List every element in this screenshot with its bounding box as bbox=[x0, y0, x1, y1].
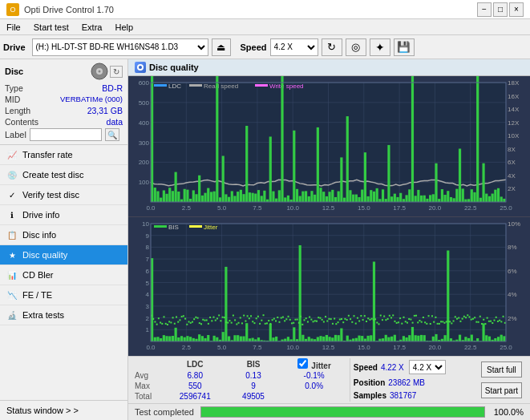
drive-label: Drive bbox=[3, 42, 26, 52]
jitter-checkbox[interactable] bbox=[297, 358, 308, 369]
start-full-button[interactable]: Start full bbox=[481, 361, 522, 378]
disc-button[interactable]: ◎ bbox=[346, 38, 366, 56]
mid-label: MID bbox=[5, 95, 20, 104]
disc-panel: Disc ↻ Type BD-R MID bbox=[0, 59, 127, 145]
eject-button[interactable]: ⏏ bbox=[212, 38, 231, 56]
start-part-button[interactable]: Start part bbox=[481, 382, 522, 398]
transfer-rate-label: Transfer rate bbox=[22, 150, 73, 160]
charts-area bbox=[128, 76, 530, 356]
mid-value: VERBATIMe (000) bbox=[60, 95, 123, 104]
mid-row: MID VERBATIMe (000) bbox=[5, 95, 123, 104]
length-row: Length 23,31 GB bbox=[5, 106, 123, 115]
contents-label: Contents bbox=[5, 117, 38, 127]
verify-test-disc-label: Verify test disc bbox=[22, 190, 79, 200]
title-bar-left: O Opti Drive Control 1.70 bbox=[6, 3, 114, 16]
label-input[interactable] bbox=[30, 128, 102, 141]
maximize-button[interactable]: □ bbox=[493, 2, 508, 17]
position-row: Position 23862 MB bbox=[354, 378, 475, 387]
disc-info-label: Disc info bbox=[22, 230, 56, 240]
sidebar-item-verify-test-disc[interactable]: ✓ Verify test disc bbox=[0, 185, 127, 205]
sidebar-item-cd-bler[interactable]: 📊 CD Bler bbox=[0, 265, 127, 285]
nav-list: 📈 Transfer rate 💿 Create test disc ✓ Ver… bbox=[0, 145, 127, 325]
disc-header: Disc ↻ bbox=[5, 63, 123, 80]
speed-label: Speed bbox=[241, 42, 267, 52]
label-row: Label 🔍 bbox=[5, 128, 123, 141]
avg-jitter: -0.1% bbox=[279, 370, 350, 381]
drive-select[interactable]: (H:) HL-DT-ST BD-RE WH16NS48 1.D3 bbox=[32, 38, 208, 56]
minimize-button[interactable]: − bbox=[477, 2, 492, 17]
disc-quality-icon: ★ bbox=[6, 249, 18, 260]
sidebar-item-drive-info[interactable]: ℹ Drive info bbox=[0, 205, 127, 225]
contents-value: data bbox=[107, 117, 123, 127]
jitter-header: Jitter bbox=[311, 361, 330, 370]
progress-percent: 100.0% bbox=[492, 407, 524, 417]
toolbar: Drive (H:) HL-DT-ST BD-RE WH16NS48 1.D3 … bbox=[0, 35, 530, 59]
sidebar-item-extra-tests[interactable]: 🔬 Extra tests bbox=[0, 305, 127, 325]
extra-tests-label: Extra tests bbox=[22, 310, 64, 320]
avg-label: Avg bbox=[133, 370, 162, 381]
sidebar-item-transfer-rate[interactable]: 📈 Transfer rate bbox=[0, 145, 127, 165]
speed-select[interactable]: 4.2 X bbox=[270, 38, 318, 56]
stats-right: Speed 4.22 X 4.2 X Position 23862 MB Sam… bbox=[350, 358, 478, 402]
sidebar-item-disc-info[interactable]: 📋 Disc info bbox=[0, 225, 127, 245]
progress-bar-inner bbox=[201, 407, 484, 417]
samples-row: Samples 381767 bbox=[354, 391, 475, 400]
create-test-disc-icon: 💿 bbox=[6, 169, 18, 180]
type-label: Type bbox=[5, 83, 23, 93]
app-window: O Opti Drive Control 1.70 − □ × File Sta… bbox=[0, 0, 530, 420]
ldc-header: LDC bbox=[162, 358, 229, 370]
verify-test-disc-icon: ✓ bbox=[6, 189, 18, 200]
app-title: Opti Drive Control 1.70 bbox=[24, 5, 114, 14]
left-panel: Disc ↻ Type BD-R MID bbox=[0, 59, 128, 420]
label-label: Label bbox=[5, 130, 26, 139]
menu-extra[interactable]: Extra bbox=[75, 19, 109, 34]
progress-bar-area: Test completed 100.0% bbox=[128, 403, 530, 420]
total-label: Total bbox=[133, 391, 162, 402]
fe-te-label: FE / TE bbox=[22, 290, 52, 300]
title-controls: − □ × bbox=[477, 2, 524, 17]
refresh-button[interactable]: ↻ bbox=[322, 38, 342, 56]
bis-jitter-chart bbox=[128, 217, 530, 356]
sidebar-item-disc-quality[interactable]: ★ Disc quality bbox=[0, 245, 127, 265]
sidebar-item-create-test-disc[interactable]: 💿 Create test disc bbox=[0, 165, 127, 185]
menu-help[interactable]: Help bbox=[108, 19, 140, 34]
fe-te-icon: 📉 bbox=[6, 289, 18, 301]
disc-quality-title: Disc quality bbox=[149, 63, 199, 72]
create-test-disc-label: Create test disc bbox=[22, 170, 83, 180]
top-chart-container bbox=[128, 76, 530, 217]
max-label: Max bbox=[133, 381, 162, 391]
status-window-button[interactable]: Status window > > bbox=[0, 400, 127, 420]
contents-row: Contents data bbox=[5, 117, 123, 127]
status-text: Test completed bbox=[135, 407, 194, 417]
speed-stat-select[interactable]: 4.2 X bbox=[409, 360, 446, 374]
settings-button[interactable]: ✦ bbox=[370, 38, 390, 56]
speed-stat-label: Speed bbox=[354, 363, 378, 372]
progress-bar-outer bbox=[200, 406, 485, 418]
stats-table: LDC BIS Jitter Avg 6.80 0.13 bbox=[133, 358, 350, 402]
app-icon: O bbox=[6, 3, 19, 16]
bis-header: BIS bbox=[229, 358, 279, 370]
total-bis: 49505 bbox=[229, 391, 279, 402]
sidebar-bottom: Status window > > bbox=[0, 400, 127, 420]
close-button[interactable]: × bbox=[509, 2, 524, 17]
menu-file[interactable]: File bbox=[0, 19, 27, 34]
type-value: BD-R bbox=[102, 83, 123, 93]
label-search-button[interactable]: 🔍 bbox=[105, 128, 119, 141]
sidebar-item-fe-te[interactable]: 📉 FE / TE bbox=[0, 285, 127, 305]
disc-refresh[interactable]: ↻ bbox=[110, 66, 123, 78]
max-bis: 9 bbox=[229, 381, 279, 391]
max-ldc: 550 bbox=[162, 381, 229, 391]
transfer-rate-icon: 📈 bbox=[6, 149, 18, 160]
ldc-chart bbox=[128, 76, 530, 216]
cd-bler-label: CD Bler bbox=[22, 270, 54, 280]
status-window-label: Status window > > bbox=[6, 406, 79, 415]
disc-quality-label: Disc quality bbox=[22, 250, 67, 260]
menu-start-test[interactable]: Start test bbox=[27, 19, 75, 34]
avg-ldc: 6.80 bbox=[162, 370, 229, 381]
total-ldc: 2596741 bbox=[162, 391, 229, 402]
title-bar: O Opti Drive Control 1.70 − □ × bbox=[0, 0, 530, 19]
svg-point-2 bbox=[99, 71, 101, 73]
position-value: 23862 MB bbox=[388, 378, 425, 387]
bottom-chart-container bbox=[128, 217, 530, 356]
save-button[interactable]: 💾 bbox=[394, 38, 415, 56]
